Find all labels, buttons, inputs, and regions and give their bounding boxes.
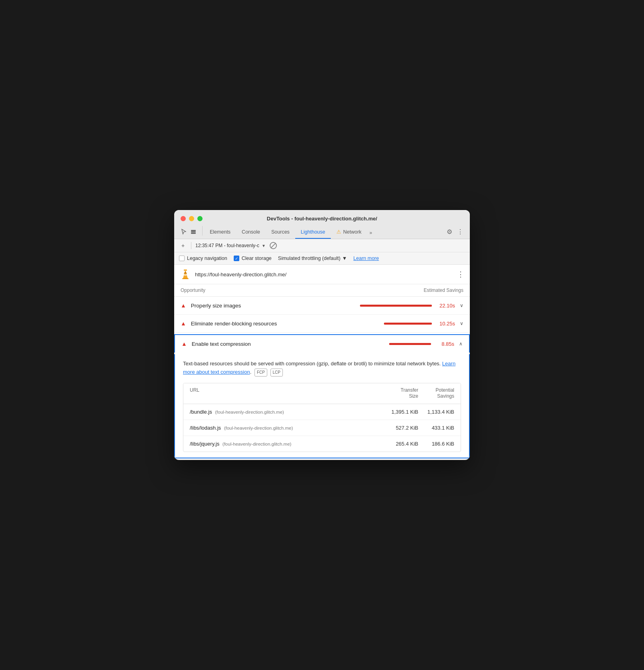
savings-bar-container-3: 8.85s ∧	[389, 341, 463, 347]
tab-more-button[interactable]: »	[367, 227, 375, 239]
legacy-navigation-checkbox-box[interactable]	[179, 256, 185, 261]
throttling-arrow-icon: ▼	[342, 256, 347, 261]
table-row-2: /libs/lodash.js (foul-heavenly-direction…	[183, 420, 461, 436]
svg-rect-2	[191, 233, 196, 234]
savings-bar-container-1: 22.10s ∨	[360, 303, 463, 309]
expand-chevron-2[interactable]: ∨	[460, 321, 463, 326]
toolbar: + 12:35:47 PM - foul-heavenly-c ▼	[174, 239, 470, 252]
expand-chevron-1[interactable]: ∨	[460, 303, 463, 308]
row-url-main-1: /bundle.js	[190, 409, 212, 415]
row-url-2: /libs/lodash.js (foul-heavenly-direction…	[190, 425, 382, 431]
data-table-header: URL TransferSize PotentialSavings	[183, 383, 461, 404]
collapse-chevron-3[interactable]: ∧	[459, 341, 463, 347]
row-url-main-2: /libs/lodash.js	[190, 425, 221, 431]
table-column-headers: Opportunity Estimated Savings	[174, 284, 470, 297]
row-url-1: /bundle.js (foul-heavenly-direction.glit…	[190, 409, 382, 415]
savings-bar-1	[360, 305, 432, 307]
timestamp-text: 12:35:47 PM - foul-heavenly-c	[195, 243, 259, 248]
savings-value-3: 8.85s	[434, 341, 454, 347]
opportunity-label-1: Properly size images	[191, 303, 355, 309]
opportunity-row-3[interactable]: ▲ Enable text compression 8.85s ∧	[174, 334, 470, 353]
row-url-main-3: /libs/jquery.js	[190, 441, 219, 447]
savings-bar-3	[389, 343, 431, 345]
warning-triangle-icon-2: ▲	[181, 320, 186, 327]
table-row-3: /libs/jquery.js (foul-heavenly-direction…	[183, 436, 461, 452]
cursor-icon[interactable]	[181, 228, 188, 236]
savings-bar-container-2: 10.25s ∨	[384, 321, 463, 327]
main-content: https://foul-heavenly-direction.glitch.m…	[174, 265, 470, 458]
col-transfer-header: TransferSize	[382, 387, 418, 400]
window-title: DevTools - foul-heavenly-direction.glitc…	[267, 216, 377, 222]
more-options-icon[interactable]: ⋮	[457, 228, 463, 236]
row-transfer-3: 265.4 KiB	[382, 441, 418, 447]
opportunity-label-3: Enable text compression	[192, 341, 384, 347]
row-url-domain-3: (foul-heavenly-direction.glitch.me)	[223, 442, 292, 446]
estimated-savings-header: Estimated Savings	[424, 287, 463, 293]
expanded-description: Text-based resources should be served wi…	[183, 360, 461, 377]
col-savings-header: PotentialSavings	[418, 387, 454, 400]
learn-more-link[interactable]: Learn more	[354, 256, 379, 261]
toolbar-separator	[191, 242, 191, 249]
row-transfer-2: 527.2 KiB	[382, 425, 418, 431]
fcp-badge: FCP	[254, 369, 267, 377]
compression-data-table: URL TransferSize PotentialSavings /bundl…	[183, 383, 461, 452]
url-bar: https://foul-heavenly-direction.glitch.m…	[174, 265, 470, 284]
clear-storage-checkbox-box[interactable]: ✓	[234, 256, 239, 261]
options-bar: Legacy navigation ✓ Clear storage Simula…	[174, 252, 470, 265]
savings-value-1: 22.10s	[435, 303, 455, 309]
no-throttling-icon[interactable]	[270, 242, 277, 249]
row-url-domain-2: (foul-heavenly-direction.glitch.me)	[224, 426, 293, 430]
col-url-header: URL	[190, 387, 382, 400]
legacy-navigation-checkbox[interactable]: Legacy navigation	[179, 256, 227, 261]
svg-rect-3	[184, 270, 187, 271]
svg-rect-0	[191, 230, 196, 231]
svg-rect-1	[191, 232, 196, 233]
titlebar: DevTools - foul-heavenly-direction.glitc…	[174, 210, 470, 239]
row-url-domain-1: (foul-heavenly-direction.glitch.me)	[215, 410, 284, 414]
titlebar-top: DevTools - foul-heavenly-direction.glitc…	[181, 216, 463, 222]
opportunity-label-2: Eliminate render-blocking resources	[191, 321, 379, 327]
tab-lighthouse[interactable]: Lighthouse	[295, 226, 331, 239]
row-savings-2: 433.1 KiB	[418, 425, 454, 431]
row-savings-3: 186.6 KiB	[418, 441, 454, 447]
tab-sources[interactable]: Sources	[266, 226, 295, 239]
warning-triangle-icon-1: ▲	[181, 302, 186, 309]
row-savings-1: 1,133.4 KiB	[418, 409, 454, 415]
tab-icons	[181, 228, 197, 239]
opportunity-row-2[interactable]: ▲ Eliminate render-blocking resources 10…	[174, 315, 470, 333]
layers-icon[interactable]	[190, 228, 197, 236]
clear-storage-checkbox[interactable]: ✓ Clear storage	[234, 256, 272, 261]
settings-icon[interactable]: ⚙	[447, 228, 452, 236]
row-url-3: /libs/jquery.js (foul-heavenly-direction…	[190, 441, 382, 447]
network-warning-icon: ⚠	[336, 229, 341, 235]
minimize-button[interactable]	[189, 216, 194, 221]
tab-network[interactable]: ⚠ Network	[331, 226, 367, 239]
tab-separator	[202, 226, 203, 236]
url-text: https://foul-heavenly-direction.glitch.m…	[195, 272, 453, 278]
opportunity-header: Opportunity	[181, 287, 205, 293]
window-controls	[181, 216, 203, 221]
table-row-1: /bundle.js (foul-heavenly-direction.glit…	[183, 404, 461, 420]
dropdown-arrow-icon: ▼	[262, 244, 266, 248]
tab-actions: ⚙ ⋮	[447, 228, 463, 239]
lcp-badge: LCP	[270, 369, 283, 377]
close-button[interactable]	[181, 216, 186, 221]
devtools-window: DevTools - foul-heavenly-direction.glitc…	[174, 210, 470, 460]
svg-rect-5	[182, 278, 189, 279]
clear-storage-label: Clear storage	[242, 256, 272, 261]
row-transfer-1: 1,395.1 KiB	[382, 409, 418, 415]
savings-bar-2	[384, 323, 432, 325]
throttling-selector[interactable]: Simulated throttling (default) ▼	[278, 256, 347, 261]
devtools-tabs: Elements Console Sources Lighthouse ⚠ Ne…	[181, 226, 463, 239]
url-more-icon[interactable]: ⋮	[457, 270, 464, 279]
lighthouse-icon	[180, 269, 191, 280]
opportunity-row-1[interactable]: ▲ Properly size images 22.10s ∨	[174, 297, 470, 315]
add-button[interactable]: +	[179, 242, 187, 250]
throttling-text: Simulated throttling (default)	[278, 256, 340, 261]
timestamp-dropdown[interactable]: 12:35:47 PM - foul-heavenly-c ▼	[195, 243, 266, 248]
tab-console[interactable]: Console	[236, 226, 266, 239]
tab-elements[interactable]: Elements	[204, 226, 236, 239]
legacy-navigation-label: Legacy navigation	[187, 256, 227, 261]
savings-value-2: 10.25s	[435, 321, 455, 327]
maximize-button[interactable]	[197, 216, 203, 221]
